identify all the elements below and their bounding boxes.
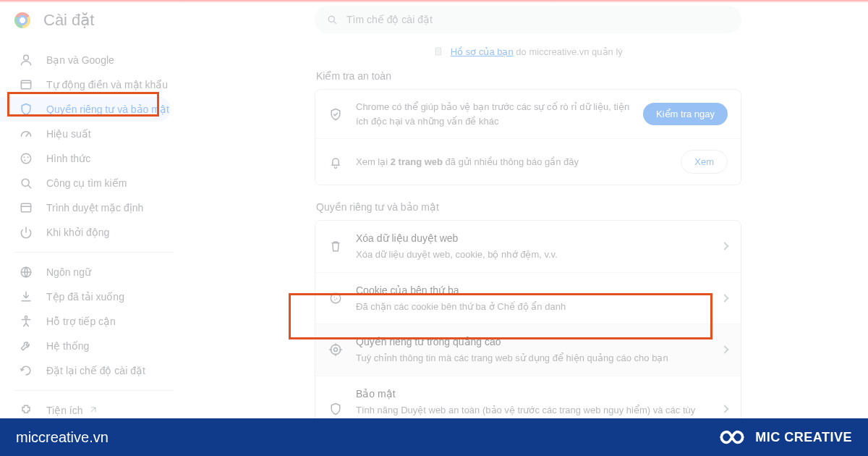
building-icon (433, 46, 443, 56)
row-title: Quyền riêng tư trong quảng cáo (356, 334, 716, 350)
profile-link[interactable]: Hồ sơ của bạn (451, 46, 514, 57)
safety-check-text: Chrome có thể giúp bảo vệ bạn trước các … (356, 100, 643, 128)
sidebar-item-search-engine[interactable]: Công cụ tìm kiếm (0, 171, 171, 195)
svg-point-13 (334, 296, 336, 297)
svg-point-3 (24, 156, 25, 158)
shield-icon (19, 102, 33, 117)
sidebar-separator (14, 252, 174, 253)
sidebar-item-languages[interactable]: Ngôn ngữ (0, 260, 171, 284)
svg-point-2 (21, 153, 30, 163)
reset-icon (19, 363, 33, 378)
person-icon (19, 53, 33, 67)
shield-icon (328, 402, 343, 416)
sidebar: Bạn và Google Tự động điền và mật khẩu Q… (0, 41, 188, 456)
chevron-right-icon (720, 294, 728, 302)
sidebar-item-on-startup[interactable]: Khi khởi động (0, 220, 171, 245)
sidebar-item-you-and-google[interactable]: Bạn và Google (0, 48, 171, 72)
search-icon (19, 176, 33, 190)
ad-privacy-icon (328, 342, 343, 357)
notifications-review-row: Xem lại 2 trang web đã gửi nhiều thông b… (315, 138, 741, 185)
chevron-right-icon (720, 242, 728, 250)
cookie-icon (328, 291, 343, 305)
row-subtitle: Đã chặn các cookie bên thứ ba ở Chế độ ẩ… (356, 300, 716, 314)
row-subtitle: Tuỳ chỉnh thông tin mà các trang web sử … (356, 351, 716, 366)
run-safety-check-button[interactable]: Kiểm tra ngay (643, 103, 728, 125)
search-placeholder: Tìm chế độ cài đặt (346, 14, 433, 25)
sidebar-item-label: Tệp đã tải xuống (46, 291, 124, 303)
svg-point-17 (334, 348, 338, 352)
sidebar-item-privacy-security[interactable]: Quyền riêng tư và bảo mật (0, 97, 171, 122)
row-title: Xóa dữ liệu duyệt web (356, 231, 716, 246)
row-title: Cookie của bên thứ ba (356, 283, 716, 298)
settings-search-input[interactable]: Tìm chế độ cài đặt (315, 6, 741, 33)
svg-point-0 (24, 55, 29, 60)
svg-point-10 (328, 16, 334, 22)
sidebar-item-label: Trình duyệt mặc định (46, 202, 143, 214)
autofill-icon (19, 77, 33, 92)
chevron-right-icon (720, 346, 728, 354)
sidebar-item-label: Tự động điền và mật khẩu (46, 79, 168, 90)
svg-rect-11 (436, 48, 441, 54)
row-subtitle: Xóa dữ liệu duyệt web, cookie, bộ nhớ đệ… (356, 248, 716, 262)
svg-point-5 (24, 160, 25, 161)
svg-point-12 (331, 293, 340, 303)
svg-point-6 (22, 179, 29, 186)
accessibility-icon (19, 314, 33, 329)
svg-point-14 (336, 298, 338, 300)
svg-point-4 (27, 156, 29, 158)
sidebar-item-label: Hiệu suất (46, 128, 91, 140)
brand-name: MIC CREATIVE (755, 430, 852, 445)
sidebar-item-label: Hình thức (46, 153, 90, 164)
palette-icon (19, 151, 33, 166)
shield-check-icon (328, 107, 343, 122)
section-title-safety: Kiểm tra an toàn (316, 70, 741, 82)
main-column: Tìm chế độ cài đặt Hồ sơ của bạn do micc… (188, 41, 868, 456)
footer-site: miccreative.vn (16, 429, 109, 446)
browser-icon (19, 200, 33, 215)
speedometer-icon (19, 127, 33, 141)
managed-profile-notice: Hồ sơ của bạn do miccreative.vn quản lý (315, 46, 741, 57)
row-clear-browsing-data[interactable]: Xóa dữ liệu duyệt web Xóa dữ liệu duyệt … (315, 221, 741, 272)
row-ad-privacy[interactable]: Quyền riêng tư trong quảng cáo Tuỳ chỉnh… (315, 324, 741, 376)
notifications-review-text: Xem lại 2 trang web đã gửi nhiều thông b… (356, 155, 681, 169)
sidebar-item-reset[interactable]: Đặt lại chế độ cài đặt (0, 358, 171, 383)
sidebar-item-label: Công cụ tìm kiếm (46, 177, 127, 189)
search-icon (326, 14, 338, 25)
download-icon (19, 290, 33, 304)
brand-logo-icon (716, 427, 748, 447)
svg-point-16 (331, 345, 340, 355)
settings-page: Cài đặt Bạn và Google Tự động điền và mậ… (0, 0, 868, 456)
sidebar-item-system[interactable]: Hệ thống (0, 334, 171, 358)
sidebar-separator (14, 390, 174, 391)
wrench-icon (19, 339, 33, 353)
sidebar-item-autofill[interactable]: Tự động điền và mật khẩu (0, 72, 171, 97)
svg-rect-1 (21, 80, 30, 89)
footer-brand: MIC CREATIVE (716, 427, 852, 447)
svg-rect-7 (21, 203, 30, 212)
sidebar-item-label: Hỗ trợ tiếp cận (46, 316, 116, 327)
section-title-privacy: Quyền riêng tư và bảo mật (316, 201, 741, 213)
svg-point-9 (25, 316, 27, 318)
chevron-right-icon (720, 405, 728, 413)
row-third-party-cookies[interactable]: Cookie của bên thứ ba Đã chặn các cookie… (315, 272, 741, 324)
sidebar-item-label: Tiện ích (46, 405, 83, 416)
globe-icon (19, 265, 33, 279)
trash-icon (328, 239, 343, 253)
open-external-icon (88, 405, 98, 415)
sidebar-item-label: Đặt lại chế độ cài đặt (46, 365, 145, 376)
sidebar-item-label: Khi khởi động (46, 227, 109, 238)
power-icon (19, 225, 33, 240)
chrome-logo-icon (14, 12, 30, 28)
row-title: Bảo mật (356, 387, 716, 402)
sidebar-item-appearance[interactable]: Hình thức (0, 146, 171, 171)
sidebar-item-default-browser[interactable]: Trình duyệt mặc định (0, 195, 171, 220)
sidebar-item-label: Ngôn ngữ (46, 266, 91, 278)
sidebar-item-label: Hệ thống (46, 340, 89, 352)
extension-icon (19, 403, 33, 418)
view-notifications-button[interactable]: Xem (681, 150, 728, 174)
sidebar-item-performance[interactable]: Hiệu suất (0, 122, 171, 146)
sidebar-item-label: Quyền riêng tư và bảo mật (46, 104, 169, 115)
sidebar-item-accessibility[interactable]: Hỗ trợ tiếp cận (0, 309, 171, 334)
sidebar-item-downloads[interactable]: Tệp đã tải xuống (0, 284, 171, 309)
svg-point-15 (334, 299, 336, 300)
